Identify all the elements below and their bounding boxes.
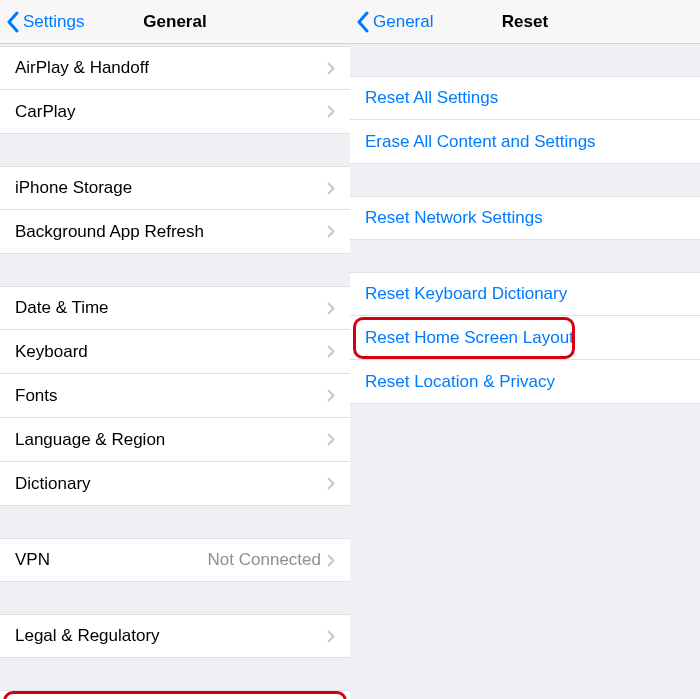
chevron-left-icon xyxy=(6,11,19,33)
row-label: Language & Region xyxy=(15,430,327,450)
group-reset-network: Reset Network Settings xyxy=(350,196,700,240)
chevron-right-icon xyxy=(327,433,335,446)
row-label: Reset Network Settings xyxy=(365,208,685,228)
nav-bar-reset: General Reset xyxy=(350,0,700,44)
chevron-right-icon xyxy=(327,345,335,358)
group-vpn: VPN Not Connected xyxy=(0,538,350,582)
row-label: VPN xyxy=(15,550,208,570)
chevron-right-icon xyxy=(327,477,335,490)
row-carplay[interactable]: CarPlay xyxy=(0,90,350,134)
chevron-right-icon xyxy=(327,389,335,402)
chevron-right-icon xyxy=(327,62,335,75)
row-label: Keyboard xyxy=(15,342,327,362)
row-detail: Not Connected xyxy=(208,550,321,570)
row-label: Erase All Content and Settings xyxy=(365,132,685,152)
row-fonts[interactable]: Fonts xyxy=(0,374,350,418)
group-storage: iPhone Storage Background App Refresh xyxy=(0,166,350,254)
row-label: Reset Home Screen Layout xyxy=(365,328,685,348)
chevron-right-icon xyxy=(327,182,335,195)
row-keyboard[interactable]: Keyboard xyxy=(0,330,350,374)
group-locale: Date & Time Keyboard Fonts Language & Re… xyxy=(0,286,350,506)
content-general: AirPlay & Handoff CarPlay iPhone Storage… xyxy=(0,44,350,699)
chevron-left-icon xyxy=(356,11,369,33)
back-label: Settings xyxy=(23,12,84,32)
row-background-app-refresh[interactable]: Background App Refresh xyxy=(0,210,350,254)
group-reset-other: Reset Keyboard Dictionary Reset Home Scr… xyxy=(350,272,700,404)
nav-bar-general: Settings General xyxy=(0,0,350,44)
row-iphone-storage[interactable]: iPhone Storage xyxy=(0,166,350,210)
row-label: Reset Keyboard Dictionary xyxy=(365,284,685,304)
chevron-right-icon xyxy=(327,554,335,567)
row-reset-all-settings[interactable]: Reset All Settings xyxy=(350,76,700,120)
row-vpn[interactable]: VPN Not Connected xyxy=(0,538,350,582)
group-reset: Reset Shut Down xyxy=(0,690,350,699)
chevron-right-icon xyxy=(327,105,335,118)
group-legal: Legal & Regulatory xyxy=(0,614,350,658)
row-label: Reset Location & Privacy xyxy=(365,372,685,392)
content-reset: Reset All Settings Erase All Content and… xyxy=(350,44,700,699)
row-reset-keyboard-dictionary[interactable]: Reset Keyboard Dictionary xyxy=(350,272,700,316)
back-button-settings[interactable]: Settings xyxy=(0,11,84,33)
pane-reset: General Reset Reset All Settings Erase A… xyxy=(350,0,700,699)
row-erase-all-content[interactable]: Erase All Content and Settings xyxy=(350,120,700,164)
row-date-time[interactable]: Date & Time xyxy=(0,286,350,330)
chevron-right-icon xyxy=(327,630,335,643)
back-button-general[interactable]: General xyxy=(350,11,433,33)
group-connectivity: AirPlay & Handoff CarPlay xyxy=(0,46,350,134)
chevron-right-icon xyxy=(327,302,335,315)
row-language-region[interactable]: Language & Region xyxy=(0,418,350,462)
row-reset-home-screen-layout[interactable]: Reset Home Screen Layout xyxy=(350,316,700,360)
row-label: Background App Refresh xyxy=(15,222,327,242)
row-label: Dictionary xyxy=(15,474,327,494)
row-legal-regulatory[interactable]: Legal & Regulatory xyxy=(0,614,350,658)
back-label: General xyxy=(373,12,433,32)
row-label: Date & Time xyxy=(15,298,327,318)
row-label: Legal & Regulatory xyxy=(15,626,327,646)
row-reset[interactable]: Reset xyxy=(0,690,350,699)
row-reset-network-settings[interactable]: Reset Network Settings xyxy=(350,196,700,240)
row-label: AirPlay & Handoff xyxy=(15,58,327,78)
chevron-right-icon xyxy=(327,225,335,238)
row-airplay-handoff[interactable]: AirPlay & Handoff xyxy=(0,46,350,90)
row-label: Fonts xyxy=(15,386,327,406)
pane-general: Settings General AirPlay & Handoff CarPl… xyxy=(0,0,350,699)
row-label: iPhone Storage xyxy=(15,178,327,198)
row-dictionary[interactable]: Dictionary xyxy=(0,462,350,506)
group-reset-main: Reset All Settings Erase All Content and… xyxy=(350,76,700,164)
row-label: CarPlay xyxy=(15,102,327,122)
row-label: Reset All Settings xyxy=(365,88,685,108)
row-reset-location-privacy[interactable]: Reset Location & Privacy xyxy=(350,360,700,404)
